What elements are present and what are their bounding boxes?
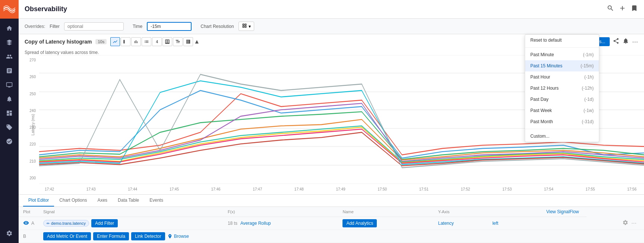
link-detector-button[interactable]: Link Detector	[131, 232, 165, 240]
chart-interval: 10s	[95, 39, 107, 44]
time-past-week[interactable]: Past Week (-1w)	[525, 105, 599, 116]
row-a-actions: ⋯	[587, 217, 644, 230]
row-b-letter: B	[23, 234, 26, 239]
y-val-200: 200	[29, 176, 36, 180]
past-15min-label: Past 15 Minutes	[530, 63, 562, 68]
y-axis-label: Latency (ms)	[31, 114, 35, 135]
past-week-shortcut: (-1w)	[584, 108, 594, 113]
tab-events[interactable]: Events	[144, 195, 168, 207]
row-b-empty	[587, 230, 644, 243]
chart-resolution-button[interactable]: ▾	[239, 22, 254, 31]
sidebar-item-alerts[interactable]	[2, 92, 17, 106]
sidebar-item-home[interactable]	[2, 22, 17, 35]
time-reset-item[interactable]: Reset to default	[525, 35, 599, 46]
past-minute-shortcut: (-1m)	[583, 52, 594, 57]
average-rollup-link[interactable]: Average Rollup	[240, 221, 271, 226]
browse-link[interactable]: Browse	[167, 234, 189, 239]
time-custom[interactable]: Custom...	[525, 131, 599, 142]
row-a-analytics: Add Analytics	[338, 217, 433, 230]
yaxis-left-link[interactable]: left	[492, 221, 498, 226]
chart-type-bar[interactable]	[131, 37, 141, 46]
chart-type-table[interactable]	[162, 37, 172, 46]
bell-icon[interactable]	[622, 38, 629, 46]
sidebar-item-dashboard[interactable]	[2, 106, 17, 120]
row-a-name: Latency	[433, 217, 488, 230]
x-label-1756: 17:56	[627, 187, 637, 191]
time-past-15min[interactable]: Past 15 Minutes (-15m)	[525, 60, 599, 71]
filter-input[interactable]	[64, 22, 124, 31]
sidebar-item-monitor[interactable]	[2, 78, 17, 92]
custom-label: Custom...	[530, 134, 549, 139]
time-label: Time	[133, 24, 142, 29]
eye-icon[interactable]	[23, 220, 29, 227]
row-b-actions: Add Metric Or Event Enter Formula Link D…	[43, 232, 582, 240]
time-input[interactable]	[147, 22, 192, 31]
x-label-1742: 17:42	[45, 187, 54, 191]
collapse-icon[interactable]: ▲	[194, 37, 200, 46]
sidebar-item-users[interactable]	[2, 50, 17, 63]
time-past-12hr[interactable]: Past 12 Hours (-12h)	[525, 83, 599, 94]
past-month-shortcut: (-31d)	[582, 119, 594, 124]
time-past-day[interactable]: Past Day (-1d)	[525, 94, 599, 105]
signal-tag[interactable]: ✏ demo.trans.latency	[43, 220, 89, 227]
latency-name-link[interactable]: Latency	[438, 221, 454, 226]
editor-table: Plot Signal F(x) Name Y-Axis View Signal…	[19, 207, 644, 243]
share-icon[interactable]	[613, 38, 619, 46]
tab-data-table[interactable]: Data Table	[113, 195, 144, 207]
tab-chart-options[interactable]: Chart Options	[54, 195, 92, 207]
dropdown-separator	[525, 47, 599, 48]
add-analytics-button[interactable]: Add Analytics	[342, 219, 377, 227]
chart-type-line[interactable]	[110, 37, 120, 46]
time-past-minute[interactable]: Past Minute (-1m)	[525, 49, 599, 60]
past-12hr-shortcut: (-12h)	[582, 86, 594, 91]
sidebar-item-reports[interactable]	[2, 64, 17, 77]
chart-type-text[interactable]	[173, 37, 183, 46]
tab-plot-editor[interactable]: Plot Editor	[23, 195, 54, 207]
time-past-hour[interactable]: Past Hour (-1h)	[525, 71, 599, 83]
view-signalflow-link[interactable]: View SignalFlow	[546, 209, 579, 214]
x-label-1746: 17:46	[211, 187, 221, 191]
x-label-1752: 17:52	[461, 187, 470, 191]
time-past-month[interactable]: Past Month (-31d)	[525, 116, 599, 127]
more-options-icon[interactable]: ⋯	[632, 38, 638, 45]
col-name: Name	[338, 207, 433, 217]
enter-formula-button[interactable]: Enter Formula	[93, 232, 129, 240]
search-icon[interactable]	[607, 4, 614, 14]
add-filter-button[interactable]: Add Filter	[91, 219, 118, 227]
row-a-letter: A	[31, 221, 34, 226]
sidebar-item-settings[interactable]	[2, 227, 17, 240]
tab-axes[interactable]: Axes	[92, 195, 113, 207]
sidebar-nav	[2, 19, 17, 224]
y-val-250: 250	[29, 92, 36, 96]
chart-res-grid-icon	[242, 23, 247, 29]
chart-type-num[interactable]: 4	[152, 37, 162, 46]
chevron-down-icon: ▾	[249, 24, 251, 29]
top-bar-actions	[607, 4, 638, 14]
app-logo[interactable]	[0, 0, 19, 19]
col-view-signalflow: View SignalFlow	[488, 207, 586, 217]
x-label-1745: 17:45	[170, 187, 179, 191]
chart-type-area[interactable]	[121, 37, 130, 46]
past-minute-label: Past Minute	[530, 52, 554, 57]
bookmark-icon[interactable]	[631, 4, 638, 14]
overrides-label: Overrides:	[25, 24, 45, 29]
main-content: Observability Overrides: Filter Time Cha…	[19, 0, 644, 243]
row-a-gear-icon[interactable]	[622, 220, 628, 227]
add-icon[interactable]	[619, 4, 626, 14]
editor-tabs: Plot Editor Chart Options Axes Data Tabl…	[19, 195, 644, 207]
sidebar-item-topology[interactable]	[2, 36, 17, 49]
signal-name: demo.trans.latency	[51, 221, 86, 226]
add-metric-button[interactable]: Add Metric Or Event	[43, 232, 91, 240]
sidebar-item-integrations[interactable]	[2, 135, 17, 148]
y-val-210: 210	[29, 159, 36, 163]
x-label-1747: 17:47	[253, 187, 262, 191]
table-header-row: Plot Signal F(x) Name Y-Axis View Signal…	[19, 207, 644, 217]
page-title: Observability	[25, 5, 602, 13]
time-dropdown: Reset to default Past Minute (-1m) Past …	[525, 34, 599, 142]
chart-type-list[interactable]	[142, 37, 151, 46]
col-plot: Plot	[19, 207, 39, 217]
col-fx: F(x)	[223, 207, 338, 217]
chart-type-heatmap[interactable]	[183, 37, 193, 46]
row-a-more-icon[interactable]: ⋯	[631, 220, 637, 226]
sidebar-item-tags[interactable]	[2, 121, 17, 134]
